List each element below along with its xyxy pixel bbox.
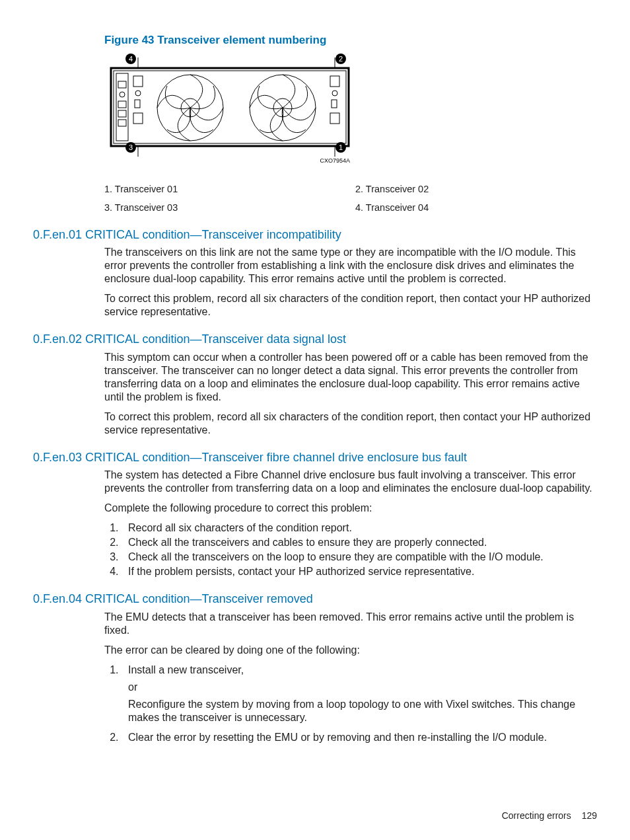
- legend-item: 2. Transceiver 02: [355, 183, 597, 195]
- list-item: Clear the error by resetting the EMU or …: [122, 731, 597, 744]
- section-body: The system has detected a Fibre Channel …: [104, 469, 597, 578]
- paragraph: Reconfigure the system by moving from a …: [128, 698, 597, 724]
- paragraph: This symptom can occur when a controller…: [104, 351, 597, 404]
- legend-item: 3. Transceiver 03: [104, 202, 349, 213]
- transceiver-diagram-icon: [104, 50, 355, 175]
- page-number: 129: [582, 810, 597, 821]
- list-item: Install a new transceiver, or Reconfigur…: [122, 664, 597, 724]
- list-item-text: Install a new transceiver,: [128, 664, 244, 675]
- section-heading: 0.F.en.04 CRITICAL condition—Transceiver…: [33, 592, 597, 607]
- paragraph: The system has detected a Fibre Channel …: [104, 469, 597, 495]
- list-item: If the problem persists, contact your HP…: [122, 565, 597, 578]
- list-item: Check all the transceivers on the loop t…: [122, 551, 597, 564]
- procedure-list: Record all six characters of the conditi…: [104, 521, 597, 578]
- procedure-list: Install a new transceiver, or Reconfigur…: [104, 664, 597, 744]
- section-body: The EMU detects that a transceiver has b…: [104, 611, 597, 744]
- figure-code: CXO7954A: [320, 157, 350, 165]
- paragraph: The error can be cleared by doing one of…: [104, 644, 597, 657]
- legend-item: 4. Transceiver 04: [355, 202, 597, 213]
- paragraph: To correct this problem, record all six …: [104, 292, 597, 319]
- list-item: Record all six characters of the conditi…: [122, 521, 597, 535]
- paragraph: The transceivers on this link are not th…: [104, 246, 597, 286]
- figure-legend: 1. Transceiver 01 2. Transceiver 02 3. T…: [104, 183, 597, 213]
- legend-item: 1. Transceiver 01: [104, 183, 349, 195]
- section-heading: 0.F.en.02 CRITICAL condition—Transceiver…: [33, 332, 597, 347]
- paragraph: To correct this problem, record all six …: [104, 410, 597, 437]
- or-label: or: [128, 681, 597, 694]
- paragraph: The EMU detects that a transceiver has b…: [104, 611, 597, 637]
- figure-block: Figure 43 Transceiver element numbering: [104, 33, 597, 175]
- svg-rect-0: [111, 68, 349, 146]
- section-heading: 0.F.en.01 CRITICAL condition—Transceiver…: [33, 227, 597, 243]
- section-body: This symptom can occur when a controller…: [104, 351, 597, 437]
- section-heading: 0.F.en.03 CRITICAL condition—Transceiver…: [33, 450, 597, 465]
- list-item: Check all the transceivers and cables to…: [122, 536, 597, 549]
- figure-frame: 4 2 3 1 CXO7954A: [104, 50, 355, 175]
- figure-title: Figure 43 Transceiver element numbering: [104, 33, 597, 47]
- paragraph: Complete the following procedure to corr…: [104, 502, 597, 515]
- page-footer: Correcting errors 129: [502, 810, 597, 822]
- footer-label: Correcting errors: [502, 810, 571, 821]
- section-body: The transceivers on this link are not th…: [104, 246, 597, 319]
